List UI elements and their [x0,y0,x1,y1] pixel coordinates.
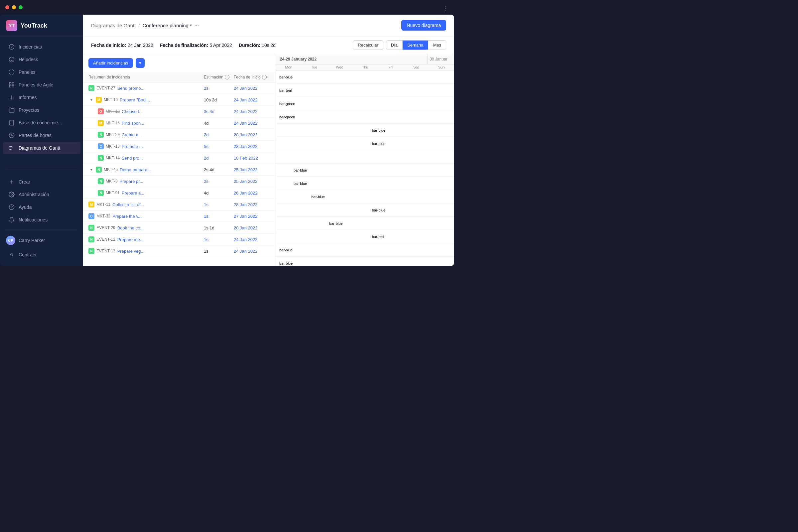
issue-name-mkt10[interactable]: Prepare "Boul... [120,97,150,102]
issue-name-mkt45[interactable]: Demo prepara... [120,167,151,172]
add-incidencias-button[interactable]: Añadir incidencias [89,58,133,68]
chevron-down-icon[interactable]: ▾ [190,23,192,27]
window-controls [5,5,23,9]
estimation-mkt29[interactable]: 2d [204,132,234,137]
breadcrumb-parent[interactable]: Diagramas de Gantt [91,23,136,28]
add-dropdown-button[interactable]: ▾ [136,58,145,68]
view-dia-button[interactable]: Día [386,41,403,50]
sidebar-item-informes[interactable]: Informes [3,92,80,103]
sidebar-item-base-conocimiento[interactable]: Base de conocimie... [3,117,80,129]
gantt-bar[interactable]: bar-red [369,233,442,241]
startdate-mkt33[interactable]: 27 Jan 2022 [234,214,270,219]
startdate-mkt45[interactable]: 25 Jan 2022 [234,167,270,172]
sidebar-item-paneles-agile[interactable]: Paneles de Agile [3,79,80,91]
avatar: CP [6,236,15,245]
startdate-mkt16[interactable]: 24 Jan 2022 [234,121,270,126]
issue-id-mkt91: MKT-91 [106,191,120,195]
gantt-bar[interactable]: bar-blue [276,259,382,266]
user-profile[interactable]: CP Carry Parker [0,233,83,248]
view-semana-button[interactable]: Semana [403,41,428,50]
expand-mkt10[interactable]: ▾ [89,97,94,102]
help-circle-icon [8,204,15,210]
issue-name-mkt3[interactable]: Prepare pr... [119,179,143,184]
gantt-bar[interactable]: bar-blue [276,73,439,81]
gantt-week-label: 24-29 January 2022 [276,54,428,64]
view-mes-button[interactable]: Mes [428,41,446,50]
startdate-event12[interactable]: 24 Jan 2022 [234,237,270,242]
gantt-bar[interactable]: bar-green [276,100,403,108]
estimation-mkt13[interactable]: 5s [204,144,234,149]
fecha-info-icon[interactable]: i [262,75,267,79]
breadcrumb: Diagramas de Gantt / Conference planning… [91,22,199,28]
startdate-event29[interactable]: 28 Jan 2022 [234,225,270,230]
gantt-bar[interactable]: bar-blue [308,193,435,201]
gantt-bar[interactable]: bar-blue [369,126,442,134]
check-circle-icon [8,44,15,50]
issue-id-mkt16: MKT-16 [106,121,120,125]
startdate-mkt11[interactable]: 28 Jan 2022 [234,202,270,207]
gantt-bar[interactable]: bar-blue [369,140,442,148]
minimize-button[interactable] [12,5,16,9]
issue-name-mkt29[interactable]: Create a... [122,132,142,137]
sidebar-item-notificaciones[interactable]: Notificaciones [3,214,80,226]
estimation-mkt14[interactable]: 2d [204,156,234,160]
issue-name-mkt33[interactable]: Prepare the v... [112,214,141,219]
startdate-mkt29[interactable]: 28 Jan 2022 [234,132,270,137]
estimation-mkt3[interactable]: 2s [204,179,234,184]
issue-name-mkt11[interactable]: Collect a list of... [112,202,144,207]
issue-name-mkt12[interactable]: Choose t... [122,109,142,114]
badge-mkt91: N [98,190,104,196]
sidebar-item-incidencias[interactable]: Incidencias [3,41,80,53]
startdate-mkt10[interactable]: 24 Jan 2022 [234,97,270,102]
estimacion-info-icon[interactable]: i [225,75,229,79]
gantt-bar[interactable]: bar-green [276,113,378,121]
startdate-mkt91[interactable]: 26 Jan 2022 [234,191,270,195]
gantt-body: bar-bluebar-tealbar-greenbar-greenbar-bl… [276,71,454,266]
maximize-button[interactable] [19,5,23,9]
expand-mkt45[interactable]: ▾ [89,167,94,172]
issue-id-mkt12: MKT-12 [106,109,120,114]
issue-name-mkt91[interactable]: Prepare a... [122,191,144,195]
issue-name-mkt13[interactable]: Promote ... [122,144,143,149]
close-button[interactable] [5,5,9,9]
issue-name-event29[interactable]: Book the co... [117,225,144,230]
issue-name-event13[interactable]: Prepare veg... [117,249,145,254]
sidebar-item-contraer[interactable]: Contraer [3,249,80,261]
sidebar-item-partes-horas[interactable]: Partes de horas [3,129,80,141]
issue-id-event29: EVENT-29 [96,225,115,230]
issue-name-event27[interactable]: Send promo... [117,86,145,91]
sidebar-item-proyectos[interactable]: Proyectos [3,104,80,116]
startdate-event27[interactable]: 24 Jan 2022 [234,86,270,91]
more-options-icon[interactable]: ··· [194,22,199,28]
gantt-bar[interactable]: bar-blue [276,246,382,254]
sidebar-item-paneles[interactable]: Paneles [3,66,80,78]
estimation-mkt12[interactable]: 3s 4d [204,109,234,114]
gantt-bar[interactable]: bar-blue [290,166,446,174]
issue-name-event12[interactable]: Prepare me... [117,237,144,242]
startdate-mkt12[interactable]: 24 Jan 2022 [234,109,270,114]
estimation-event29: 1s 1d [204,225,234,230]
startdate-mkt14[interactable]: 18 Feb 2022 [234,156,270,160]
sidebar-item-helpdesk[interactable]: Helpdesk [3,54,80,65]
estimation-event27[interactable]: 2s [204,86,234,91]
sidebar-item-administracion[interactable]: Administración [3,189,80,201]
gantt-bar[interactable]: bar-blue [290,179,405,188]
sidebar-item-crear[interactable]: Crear [3,176,80,188]
gantt-bar[interactable]: bar-blue [326,220,445,227]
estimation-event12[interactable]: 1s [204,237,234,242]
sidebar-item-diagramas-gantt[interactable]: Diagramas de Gantt [3,142,80,154]
window-more-icon[interactable]: ⋮ [443,5,449,12]
issue-name-mkt14[interactable]: Send pro... [122,156,143,160]
gantt-bar[interactable]: bar-blue [369,206,442,214]
sidebar-item-ayuda[interactable]: Ayuda [3,201,80,213]
recalcular-button[interactable]: Recalcular [353,40,383,50]
estimation-mkt33[interactable]: 1s [204,214,234,219]
issue-name-mkt16[interactable]: Find spon... [122,121,144,126]
new-diagram-button[interactable]: Nuevo diagrama [401,20,446,31]
startdate-mkt13[interactable]: 28 Jan 2022 [234,144,270,149]
estimation-mkt11[interactable]: 1s [204,202,234,207]
startdate-event13[interactable]: 24 Jan 2022 [234,249,270,254]
issue-id-mkt10: MKT-10 [104,97,118,102]
gantt-bar[interactable]: bar-teal [276,87,439,94]
startdate-mkt3[interactable]: 25 Jan 2022 [234,179,270,184]
